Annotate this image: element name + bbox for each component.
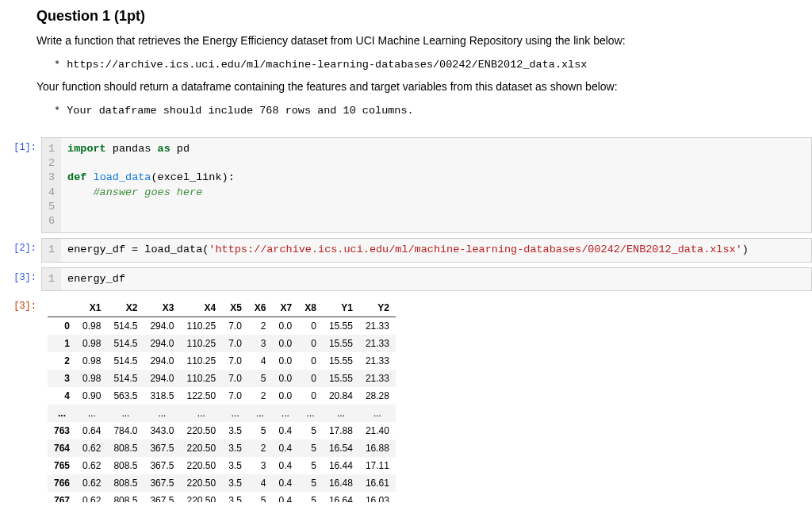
table-cell: 808.5 <box>107 492 144 502</box>
table-cell: 0.62 <box>76 439 107 457</box>
table-cell: 220.50 <box>180 492 222 502</box>
table-cell: 21.33 <box>359 370 396 387</box>
code-editor[interactable]: 1 2 3 4 5 6 import pandas as pd def load… <box>41 137 812 233</box>
code-content[interactable]: energy_df <box>67 272 811 286</box>
table-cell: 4 <box>248 474 273 492</box>
table-cell: 21.33 <box>359 335 396 352</box>
table-cell: 0.0 <box>273 335 299 352</box>
table-row: 7670.62808.5367.5220.503.550.4516.6416.0… <box>48 492 396 502</box>
table-cell: 3.5 <box>222 422 248 439</box>
table-cell: 808.5 <box>107 457 144 474</box>
table-cell: 3.5 <box>222 439 248 457</box>
table-cell: 0 <box>298 352 323 370</box>
table-cell: ... <box>222 405 248 422</box>
table-cell: 110.25 <box>180 317 222 335</box>
table-cell: 0 <box>298 387 323 405</box>
code-editor[interactable]: 1 energy_df <box>41 267 812 291</box>
table-column-header: X4 <box>180 299 222 317</box>
table-row: 7660.62808.5367.5220.503.540.4516.4816.6… <box>48 474 396 492</box>
table-cell: 17.88 <box>323 422 359 439</box>
table-cell: 110.25 <box>180 370 222 387</box>
table-cell: 514.5 <box>107 370 144 387</box>
code-content[interactable]: import pandas as pd def load_data(excel_… <box>67 142 811 228</box>
table-cell: 0.98 <box>76 370 107 387</box>
table-cell: 0.98 <box>76 335 107 352</box>
table-row: 00.98514.5294.0110.257.020.0015.5521.33 <box>48 317 396 335</box>
table-row: 40.90563.5318.5122.507.020.0020.8428.28 <box>48 387 396 405</box>
table-cell: 0.62 <box>76 492 107 502</box>
table-cell: 28.28 <box>359 387 396 405</box>
table-column-header: X2 <box>107 299 144 317</box>
table-cell: ... <box>107 405 144 422</box>
table-cell: 0.98 <box>76 352 107 370</box>
table-cell: ... <box>273 405 299 422</box>
table-row-index: 4 <box>48 387 76 405</box>
table-cell: 7.0 <box>222 352 248 370</box>
cell-prompt: [1]: <box>0 137 41 153</box>
table-cell: 0 <box>298 317 323 335</box>
table-cell: 3.5 <box>222 457 248 474</box>
table-cell: ... <box>144 405 180 422</box>
table-cell: 0.64 <box>76 422 107 439</box>
table-row-index: 767 <box>48 492 76 502</box>
table-cell: ... <box>180 405 222 422</box>
table-cell: 5 <box>298 474 323 492</box>
table-cell: 0.0 <box>273 370 299 387</box>
table-cell: 0.0 <box>273 387 299 405</box>
table-cell: 7.0 <box>222 370 248 387</box>
table-cell: 16.44 <box>323 457 359 474</box>
table-cell: 15.55 <box>323 370 359 387</box>
table-cell: 294.0 <box>144 335 180 352</box>
table-cell: 294.0 <box>144 317 180 335</box>
table-cell: 318.5 <box>144 387 180 405</box>
table-column-header: X3 <box>144 299 180 317</box>
table-row: 7640.62808.5367.5220.503.520.4516.5416.8… <box>48 439 396 457</box>
table-cell: 3.5 <box>222 474 248 492</box>
table-row-index: 763 <box>48 422 76 439</box>
output-prompt: [3]: <box>0 296 41 312</box>
question-paragraph-1: Write a function that retrieves the Ener… <box>36 33 776 49</box>
table-cell: 21.40 <box>359 422 396 439</box>
table-cell: 808.5 <box>107 439 144 457</box>
table-cell: 294.0 <box>144 370 180 387</box>
table-cell: 367.5 <box>144 492 180 502</box>
table-cell: 220.50 <box>180 439 222 457</box>
line-gutter: 1 <box>42 268 61 290</box>
dataframe-requirement: Your dataframe should include 768 rows a… <box>67 105 413 117</box>
table-cell: 5 <box>298 439 323 457</box>
table-cell: 20.84 <box>323 387 359 405</box>
table-cell: 16.03 <box>359 492 396 502</box>
table-cell: 2 <box>248 317 273 335</box>
table-row-index: 0 <box>48 317 76 335</box>
table-row-index: 1 <box>48 335 76 352</box>
table-column-header: Y2 <box>359 299 396 317</box>
table-row-index: 766 <box>48 474 76 492</box>
table-cell: 0.4 <box>273 492 299 502</box>
cell-prompt: [3]: <box>0 267 41 283</box>
table-cell: 16.48 <box>323 474 359 492</box>
line-gutter: 1 <box>42 239 61 261</box>
table-cell: 16.64 <box>323 492 359 502</box>
table-column-header: X8 <box>298 299 323 317</box>
table-cell: 15.55 <box>323 335 359 352</box>
code-content[interactable]: energy_df = load_data('https://archive.i… <box>67 243 811 257</box>
table-cell: 110.25 <box>180 335 222 352</box>
code-editor[interactable]: 1 energy_df = load_data('https://archive… <box>41 238 812 262</box>
table-cell: 5 <box>248 492 273 502</box>
code-cell-2: [2]: 1 energy_df = load_data('https://ar… <box>0 238 812 262</box>
line-gutter: 1 2 3 4 5 6 <box>42 138 61 232</box>
table-column-header: Y1 <box>323 299 359 317</box>
table-cell: 2 <box>248 439 273 457</box>
table-cell: 514.5 <box>107 317 144 335</box>
output-area: X1X2X3X4X5X6X7X8Y1Y2 00.98514.5294.0110.… <box>41 296 812 502</box>
table-cell: 5 <box>298 422 323 439</box>
table-cell: 5 <box>248 422 273 439</box>
table-cell: 784.0 <box>107 422 144 439</box>
bullet-list-1: https://archive.ics.uci.edu/ml/machine-l… <box>36 57 776 71</box>
table-row: 30.98514.5294.0110.257.050.0015.5521.33 <box>48 370 396 387</box>
table-cell: 343.0 <box>144 422 180 439</box>
table-cell: 0.0 <box>273 352 299 370</box>
table-cell: 0.4 <box>273 422 299 439</box>
table-cell: 0.90 <box>76 387 107 405</box>
table-cell: ... <box>298 405 323 422</box>
